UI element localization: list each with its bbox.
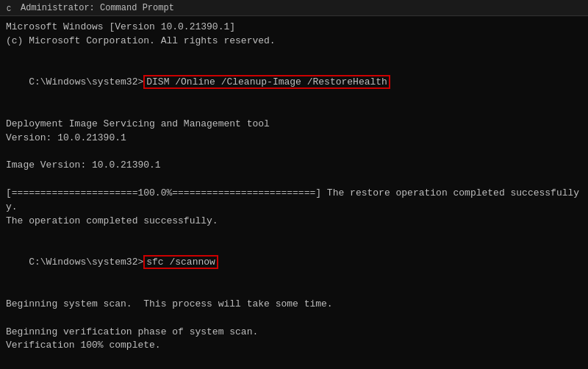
terminal-line: (c) Microsoft Corporation. All rights re…	[6, 35, 582, 49]
prompt-text: C:\Windows\system32>	[29, 76, 143, 87]
title-bar-text: Administrator: Command Prompt	[21, 3, 174, 13]
cmd-icon: C	[6, 3, 16, 13]
sfc-command: sfc /scannow	[143, 255, 218, 269]
terminal-line: Beginning verification phase of system s…	[6, 326, 582, 340]
terminal-empty-line	[6, 173, 582, 187]
terminal-empty-line	[6, 146, 582, 160]
terminal-line: Version: 10.0.21390.1	[6, 132, 582, 146]
terminal-line: Verification 100% complete.	[6, 339, 582, 353]
terminal-line: The operation completed successfully.	[6, 215, 582, 229]
dism-command: DISM /Online /Cleanup-Image /RestoreHeal…	[143, 75, 390, 89]
terminal-line: Image Version: 10.0.21390.1	[6, 159, 582, 173]
terminal-empty-line	[6, 49, 582, 62]
terminal-body: Microsoft Windows [Version 10.0.21390.1]…	[0, 16, 588, 369]
terminal-empty-line	[6, 229, 582, 243]
terminal-line: y.	[6, 201, 582, 215]
terminal-empty-line	[6, 312, 582, 326]
terminal-line: Microsoft Windows [Version 10.0.21390.1]	[6, 21, 582, 35]
terminal-line: [======================100.0%===========…	[6, 187, 582, 201]
terminal-empty-line	[6, 104, 582, 118]
terminal-empty-line	[6, 353, 582, 367]
terminal-prompt-line: C:\Windows\system32>sfc /scannow	[6, 243, 582, 284]
terminal-empty-line	[6, 284, 582, 298]
terminal-line: Deployment Image Servicing and Managemen…	[6, 118, 582, 132]
title-bar: C Administrator: Command Prompt	[0, 0, 588, 16]
terminal-prompt-line: C:\Windows\system32>DISM /Online /Cleanu…	[6, 62, 582, 104]
terminal-line: Beginning system scan. This process will…	[6, 298, 582, 312]
svg-text:C: C	[7, 5, 11, 13]
prompt-text: C:\Windows\system32>	[29, 257, 143, 268]
